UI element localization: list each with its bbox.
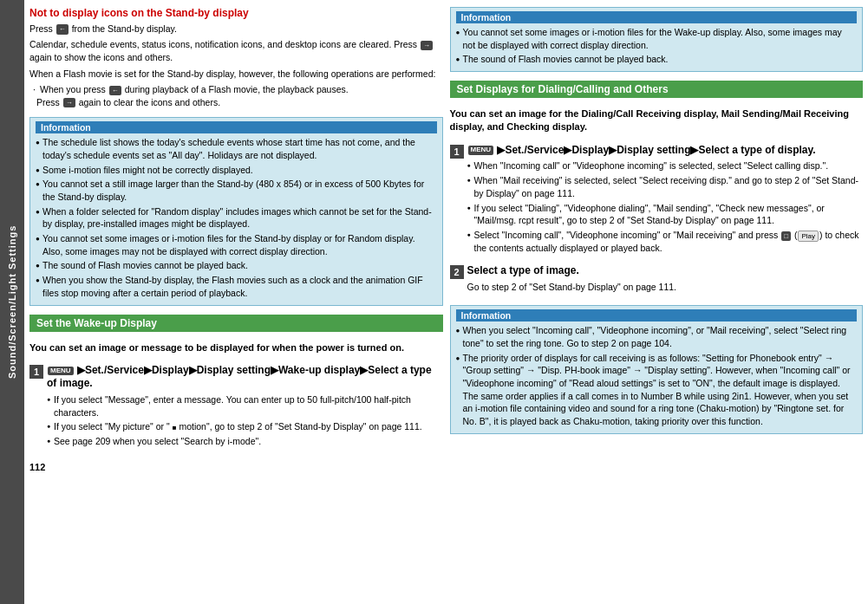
right-step-number-2: 2 bbox=[450, 265, 464, 279]
fwd-icon2: → bbox=[63, 98, 75, 107]
info-box-2-item-1: You cannot set some images or i-motion f… bbox=[456, 26, 858, 51]
left-para3: When a Flash movie is set for the Stand-… bbox=[29, 68, 443, 81]
page-number: 112 bbox=[29, 462, 443, 472]
info-box-2-title: Information bbox=[456, 11, 858, 23]
info-box-3-list: When you select "Incoming call", "Videop… bbox=[456, 324, 858, 428]
right-step1-content: MENU ▶Set./Service▶Display▶Display setti… bbox=[467, 144, 864, 257]
left-column: Not to display icons on the Stand-by dis… bbox=[29, 7, 443, 599]
step-number-1: 1 bbox=[29, 365, 43, 379]
right-step1-title: MENU ▶Set./Service▶Display▶Display setti… bbox=[467, 144, 864, 158]
menu-icon-3: □ bbox=[781, 231, 791, 241]
right-step1-bullet-1: When "Incoming call" or "Videophone inco… bbox=[467, 159, 864, 172]
section2-title: Set the Wake-up Display bbox=[29, 315, 443, 332]
info-box-1-item-7: When you show the Stand-by display, the … bbox=[36, 274, 437, 299]
info-box-1-item-3: You cannot set a still image larger than… bbox=[36, 178, 437, 203]
step1-bullet-1: If you select "Message", enter a message… bbox=[47, 393, 443, 419]
info-box-2-list: You cannot set some images or i-motion f… bbox=[456, 26, 858, 66]
right-step-number-1: 1 bbox=[450, 145, 464, 159]
back-icon: ← bbox=[56, 24, 69, 35]
left-sub2: Press → again to clear the icons and oth… bbox=[29, 96, 443, 109]
right-step2-sub: Go to step 2 of "Set Stand-by Display" o… bbox=[467, 281, 864, 294]
left-sub1: When you press ← during playback of a Fl… bbox=[29, 83, 443, 96]
info-box-3-item-2: The priority order of displays for call … bbox=[456, 352, 858, 428]
info-box-1-list: The schedule list shows the today's sche… bbox=[36, 136, 437, 299]
info-box-1-item-5: You cannot set some images or i-motion f… bbox=[36, 232, 437, 257]
play-badge: Play bbox=[798, 231, 819, 242]
right-step1-bullet-4: Select "Incoming call", "Videophone inco… bbox=[467, 229, 864, 255]
right-step1-bullet-2: When "Mail receiving" is selected, selec… bbox=[467, 174, 864, 199]
right-step1: 1 MENU ▶Set./Service▶Display▶Display set… bbox=[450, 144, 864, 257]
right-column: Information You cannot set some images o… bbox=[450, 7, 864, 599]
right-step2: 2 Select a type of image. Go to step 2 o… bbox=[450, 264, 864, 296]
section3-title: Set Displays for Dialing/Calling and Oth… bbox=[450, 81, 864, 98]
right-step1-bullet-3: If you select "Dialing", "Videophone dia… bbox=[467, 202, 864, 227]
right-step1-bullets: When "Incoming call" or "Videophone inco… bbox=[467, 159, 864, 254]
right-step2-title: Select a type of image. bbox=[467, 264, 864, 278]
info-box-3: Information When you select "Incoming ca… bbox=[450, 305, 864, 434]
back-icon2: ← bbox=[109, 86, 121, 95]
menu-icon-1: MENU bbox=[48, 367, 74, 375]
info-box-2: Information You cannot set some images o… bbox=[450, 7, 864, 72]
section2-intro: You can set an image or message to be di… bbox=[29, 341, 443, 354]
menu-icon-2: MENU bbox=[468, 146, 494, 154]
info-box-2-item-2: The sound of Flash movies cannot be play… bbox=[456, 53, 858, 66]
step1-content: MENU ▶Set./Service▶Display▶Display setti… bbox=[47, 364, 443, 450]
info-box-1-item-6: The sound of Flash movies cannot be play… bbox=[36, 259, 437, 272]
step1-bullet-2: If you select "My picture" or " ■ motion… bbox=[47, 420, 443, 433]
info-box-1-item-4: When a folder selected for "Random displ… bbox=[36, 205, 437, 231]
left-step1: 1 MENU ▶Set./Service▶Display▶Display set… bbox=[29, 364, 443, 450]
info-box-3-item-1: When you select "Incoming call", "Videop… bbox=[456, 324, 858, 349]
left-para1: Press ← from the Stand-by display. bbox=[29, 23, 443, 36]
left-para2: Calendar, schedule events, status icons,… bbox=[29, 38, 443, 64]
sidebar-label: Sound/Screen/Light Settings bbox=[7, 225, 17, 379]
left-top-heading: Not to display icons on the Stand-by dis… bbox=[29, 7, 443, 19]
info-box-3-title: Information bbox=[456, 309, 858, 321]
info-box-1-item-1: The schedule list shows the today's sche… bbox=[36, 136, 437, 161]
step1-bullets: If you select "Message", enter a message… bbox=[47, 393, 443, 448]
sidebar: Sound/Screen/Light Settings bbox=[0, 0, 24, 604]
step1-bullet-3: See page 209 when you select "Search by … bbox=[47, 435, 443, 448]
step1-title: MENU ▶Set./Service▶Display▶Display setti… bbox=[47, 364, 443, 391]
right-step2-content: Select a type of image. Go to step 2 of … bbox=[467, 264, 864, 296]
main-content: Not to display icons on the Stand-by dis… bbox=[24, 0, 868, 604]
fwd-icon: → bbox=[421, 41, 433, 51]
section3-intro: You can set an image for the Dialing/Cal… bbox=[450, 107, 864, 134]
info-box-1-item-2: Some i-motion files might not be correct… bbox=[36, 164, 437, 177]
left-top-section: Not to display icons on the Stand-by dis… bbox=[29, 7, 443, 108]
info-box-1: Information The schedule list shows the … bbox=[29, 117, 443, 305]
info-box-1-title: Information bbox=[36, 121, 437, 133]
